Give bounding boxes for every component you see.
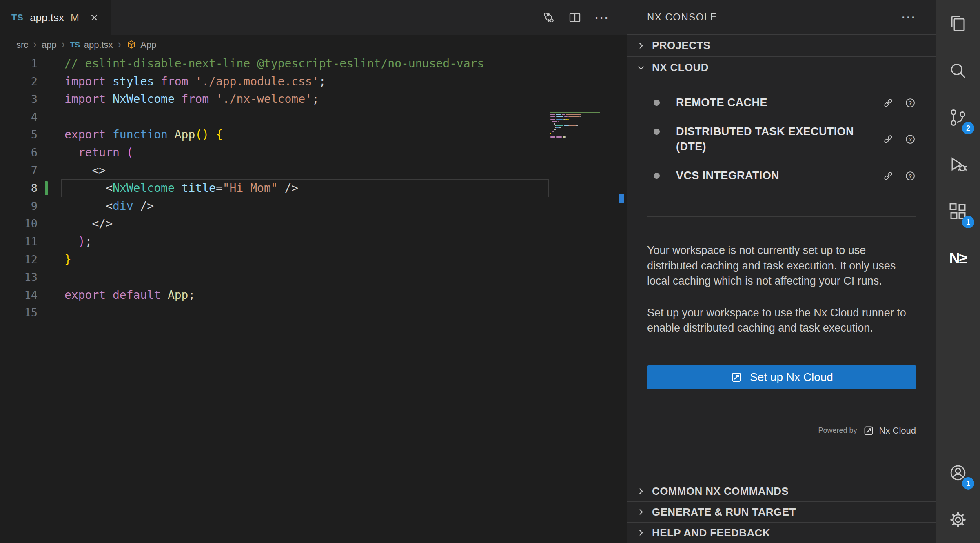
nx-console-icon[interactable]: N≥ xyxy=(936,235,980,282)
code-line[interactable]: 5export function App() { xyxy=(0,126,627,144)
typescript-file-icon: TS xyxy=(11,12,23,23)
nx-cloud-features: REMOTE CACHE ? DISTRIBUTED TASK EXECUTIO… xyxy=(627,78,936,190)
code-line[interactable]: 6 return ( xyxy=(0,144,627,162)
breadcrumb-separator-icon: › xyxy=(33,44,37,46)
code-line[interactable]: 11 ); xyxy=(0,233,627,251)
overview-ruler-marker xyxy=(619,194,624,203)
run-debug-icon[interactable] xyxy=(936,141,980,188)
code-line[interactable]: 7 <> xyxy=(0,162,627,180)
nx-cloud-icon xyxy=(863,425,874,436)
powered-by-row: Powered by Nx Cloud xyxy=(647,425,916,436)
section-nx-cloud[interactable]: NX CLOUD xyxy=(627,56,936,78)
svg-text:?: ? xyxy=(909,136,912,142)
breadcrumb-src[interactable]: src xyxy=(16,40,28,50)
nx-cloud-icon xyxy=(730,371,743,383)
search-icon[interactable] xyxy=(936,47,980,94)
code-line[interactable]: 9 <div /> xyxy=(0,197,627,215)
feature-label: DISTRIBUTED TASK EXECUTION (DTE) xyxy=(676,124,856,154)
line-number: 8 xyxy=(0,179,38,197)
editor-actions: ⋯ xyxy=(542,0,609,35)
chevron-right-icon xyxy=(636,486,646,496)
feature-distributed-task-execution-dte: DISTRIBUTED TASK EXECUTION (DTE) ? xyxy=(627,117,936,161)
minimap[interactable] xyxy=(550,112,612,140)
line-number: 2 xyxy=(0,73,38,91)
connect-icon[interactable] xyxy=(882,170,894,182)
feature-label: REMOTE CACHE xyxy=(676,95,856,110)
section-label: NX CLOUD xyxy=(652,61,709,74)
code-line[interactable]: 3import NxWelcome from './nx-welcome'; xyxy=(0,90,627,108)
open-changes-icon[interactable] xyxy=(542,11,556,24)
svg-text:?: ? xyxy=(909,173,912,179)
line-number: 9 xyxy=(0,197,38,215)
workspace-description: Your workspace is not currently set up t… xyxy=(647,243,916,289)
code-editor[interactable]: 1// eslint-disable-next-line @typescript… xyxy=(0,55,627,543)
code-line[interactable]: 15 xyxy=(0,304,627,322)
status-dot-icon xyxy=(654,100,660,106)
split-editor-icon[interactable] xyxy=(568,11,582,24)
code-line[interactable]: 10 </> xyxy=(0,215,627,233)
extensions-badge: 1 xyxy=(962,216,974,228)
source-control-icon[interactable]: 2 xyxy=(936,94,980,141)
feature-label: VCS INTEGRATION xyxy=(676,168,856,183)
connect-icon[interactable] xyxy=(882,134,894,145)
help-icon[interactable]: ? xyxy=(905,134,916,145)
line-number: 3 xyxy=(0,90,38,108)
breadcrumb-symbol-app[interactable]: App xyxy=(126,40,156,50)
status-dot-icon xyxy=(654,129,660,135)
line-number: 15 xyxy=(0,304,38,322)
breadcrumb: src › app › TS app.tsx › App xyxy=(0,35,627,55)
code-line[interactable]: 2import styles from './app.module.css'; xyxy=(0,73,627,91)
line-number: 12 xyxy=(0,251,38,269)
tab-bar: TS app.tsx M xyxy=(0,0,627,35)
chevron-down-icon xyxy=(636,62,646,73)
help-icon[interactable]: ? xyxy=(905,97,916,109)
chevron-right-icon xyxy=(636,527,646,538)
line-number: 14 xyxy=(0,286,38,304)
code-line[interactable]: 8 <NxWelcome title="Hi Mom" /> xyxy=(0,179,627,197)
chevron-right-icon xyxy=(636,40,646,51)
line-number: 6 xyxy=(0,144,38,162)
nx-console-panel: NX CONSOLE ⋯ PROJECTS NX CLOUD REMOTE CA… xyxy=(627,0,936,543)
breadcrumb-app-tsx[interactable]: TS app.tsx xyxy=(70,40,113,50)
code-line[interactable]: 1// eslint-disable-next-line @typescript… xyxy=(0,55,627,73)
section-common-nx-commands[interactable]: COMMON NX COMMANDS xyxy=(627,481,936,501)
code-line[interactable]: 14export default App; xyxy=(0,286,627,304)
section-label: GENERATE & RUN TARGET xyxy=(652,506,796,519)
activity-bar: 2 1 N≥ 1 xyxy=(936,0,980,543)
close-tab-icon[interactable] xyxy=(89,12,100,23)
connect-icon[interactable] xyxy=(882,97,894,109)
typescript-file-icon: TS xyxy=(70,40,80,49)
tab-title: app.tsx xyxy=(30,11,64,24)
nx-cloud-brand[interactable]: Nx Cloud xyxy=(863,425,916,436)
line-number: 4 xyxy=(0,108,38,126)
extensions-icon[interactable]: 1 xyxy=(936,188,980,235)
feature-remote-cache: REMOTE CACHE ? xyxy=(627,88,936,117)
breadcrumb-separator-icon: › xyxy=(62,44,65,46)
vscode-window: TS app.tsx M xyxy=(0,0,980,543)
line-number: 5 xyxy=(0,126,38,144)
line-number: 1 xyxy=(0,55,38,73)
help-icon[interactable]: ? xyxy=(905,170,916,182)
editor-area: TS app.tsx M xyxy=(0,0,627,543)
tab-app-tsx[interactable]: TS app.tsx M xyxy=(0,0,111,35)
settings-gear-icon[interactable] xyxy=(936,496,980,543)
git-gutter-indicator xyxy=(45,181,48,195)
section-help-and-feedback[interactable]: HELP AND FEEDBACK xyxy=(627,522,936,543)
code-line[interactable]: 4 xyxy=(0,108,627,126)
section-generate-run-target[interactable]: GENERATE & RUN TARGET xyxy=(627,501,936,522)
section-label: PROJECTS xyxy=(652,39,710,52)
account-icon[interactable]: 1 xyxy=(936,449,980,496)
symbol-class-icon xyxy=(126,40,137,50)
divider xyxy=(647,216,916,217)
explorer-icon[interactable] xyxy=(936,0,980,47)
code-line[interactable]: 12} xyxy=(0,251,627,269)
panel-bottom-sections: COMMON NX COMMANDS GENERATE & RUN TARGET… xyxy=(627,481,936,543)
code-line[interactable]: 13 xyxy=(0,268,627,286)
setup-nx-cloud-button[interactable]: Set up Nx Cloud xyxy=(647,365,916,389)
breadcrumb-app[interactable]: app xyxy=(42,40,57,50)
line-number: 11 xyxy=(0,233,38,251)
source-control-badge: 2 xyxy=(962,122,974,134)
svg-text:?: ? xyxy=(909,100,912,106)
section-projects[interactable]: PROJECTS xyxy=(627,34,936,56)
chevron-right-icon xyxy=(636,507,646,517)
